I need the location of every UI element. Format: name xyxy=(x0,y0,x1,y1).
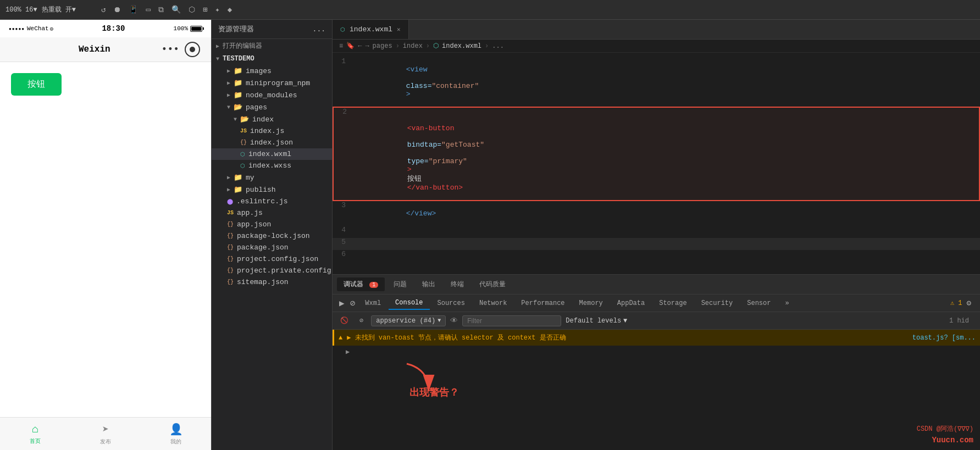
tag-van-button-open: <van-button xyxy=(407,124,455,132)
devtools-tab-issues[interactable]: 问题 xyxy=(387,277,413,291)
open-editors-label: 打开的编辑器 xyxy=(223,41,262,51)
folder-publish-arrow: ▶ xyxy=(227,186,230,193)
attr-class-value: "container" xyxy=(431,82,479,90)
folder-miniprogram-npm-arrow: ▶ xyxy=(227,80,230,86)
file-index-js[interactable]: JS index.js xyxy=(212,125,332,137)
line-content-2: <van-button bindtap="getToast" type="pri… xyxy=(356,108,979,200)
tab-close-icon[interactable]: ✕ xyxy=(397,26,401,33)
line-number-4: 4 xyxy=(333,226,355,234)
publish-label: 发布 xyxy=(100,438,111,446)
devtools-inner-tab-sources[interactable]: Sources xyxy=(431,297,472,309)
debug-icon[interactable]: ✦ xyxy=(215,5,219,14)
breadcrumb-forward-icon[interactable]: → xyxy=(365,42,369,50)
inner-tab-memory-label: Memory xyxy=(579,299,603,307)
file-app-js[interactable]: JS app.js xyxy=(212,207,332,219)
devtools-inner-tab-console[interactable]: Console xyxy=(389,297,429,310)
devtools-inner-tab-network[interactable]: Network xyxy=(473,297,513,309)
warning-source-link[interactable]: toast.js? [sm... xyxy=(912,334,976,342)
file-sitemap-json[interactable]: {} sitemap.json xyxy=(212,276,332,288)
zoom-control[interactable]: 100% 16▼ xyxy=(5,6,37,14)
explorer-header: 资源管理器 ... xyxy=(212,20,332,39)
console-clear-icon[interactable]: 🚫 xyxy=(337,315,352,326)
grid-icon[interactable]: ⬡ xyxy=(189,5,195,14)
top-toolbar: 100% 16▼ 热重载 开▼ ↺ ⏺ 📱 ▭ ⧉ 🔍 ⬡ ⊞ ✦ ◆ xyxy=(0,0,980,20)
open-editors-section[interactable]: ▶ 打开的编辑器 xyxy=(212,39,332,53)
devtools-inner-tab-more[interactable]: » xyxy=(778,297,795,309)
file-eslintrc-label: .eslintrc.js xyxy=(236,197,288,205)
console-expand-row[interactable]: ▶ xyxy=(333,346,980,358)
console-levels-select[interactable]: Default levels ▼ xyxy=(566,317,627,325)
devtools-pause-btn[interactable]: ▶ xyxy=(337,298,347,309)
phone-content: 按钮 xyxy=(0,62,211,417)
file-project-private-config-label: project.private.config.js... xyxy=(237,266,332,275)
record-icon[interactable]: ⏺ xyxy=(113,5,121,14)
folder-node-modules[interactable]: ▶ 📁 node_modules xyxy=(212,89,332,101)
phone-nav-my[interactable]: 👤 我的 xyxy=(141,423,211,446)
window-icon[interactable]: ▭ xyxy=(146,5,150,14)
file-index-wxml-label: index.wxml xyxy=(248,150,291,158)
code-line-5: 5 xyxy=(333,238,980,250)
json-icon-3: {} xyxy=(227,233,234,239)
editor-tab-wxml[interactable]: ⬡ index.wxml ✕ xyxy=(333,20,409,39)
file-project-config-json[interactable]: {} project.config.json xyxy=(212,253,332,265)
breadcrumb-back-icon[interactable]: ← xyxy=(358,42,362,50)
devtools-settings-icon[interactable]: ⚙ xyxy=(967,298,971,308)
devtools-inner-tab-security[interactable]: Security xyxy=(695,297,740,309)
hot-reload-control[interactable]: 热重载 开▼ xyxy=(42,5,76,14)
file-index-wxml[interactable]: ⬡ index.wxml xyxy=(212,148,332,160)
inner-tab-more-icon: » xyxy=(785,299,789,307)
file-index-json[interactable]: {} index.json xyxy=(212,137,332,148)
devtools-tab-output[interactable]: 输出 xyxy=(416,277,442,291)
folder-index[interactable]: ▼ 📂 index xyxy=(212,113,332,125)
search-icon[interactable]: 🔍 xyxy=(171,5,181,14)
warning-triangle-icon: ▲ xyxy=(339,334,342,342)
file-package-lock-json[interactable]: {} package-lock.json xyxy=(212,230,332,242)
folder-publish[interactable]: ▶ 📁 publish xyxy=(212,184,332,196)
file-project-private-config[interactable]: {} project.private.config.js... xyxy=(212,265,332,276)
inner-tab-performance-label: Performance xyxy=(521,299,564,307)
devtools-tab-debugger[interactable]: 调试器 1 xyxy=(337,277,385,291)
line-number-2: 2 xyxy=(334,108,356,116)
folder-images[interactable]: ▶ 📁 images xyxy=(212,65,332,77)
project-section[interactable]: ▼ TESTDEMO xyxy=(212,53,332,65)
devtools-inner-tab-wxml[interactable]: Wxml xyxy=(358,297,387,309)
devtools-inner-tab-sensor[interactable]: Sensor xyxy=(740,297,777,309)
appservice-selector[interactable]: appservice (#4) ▼ xyxy=(371,315,446,326)
phone-icon[interactable]: 📱 xyxy=(129,5,138,14)
profile-icon[interactable]: ◆ xyxy=(228,5,232,14)
console-pause-icon[interactable]: ⊘ xyxy=(356,315,367,326)
devtools-panel: 调试器 1 问题 输出 终端 代码质量 ▶ xyxy=(333,274,980,450)
folder-miniprogram-npm[interactable]: ▶ 📁 miniprogram_npm xyxy=(212,77,332,89)
devtools-inner-tab-performance[interactable]: Performance xyxy=(514,297,571,309)
explorer-more-icon[interactable]: ... xyxy=(313,25,325,34)
phone-ellipsis-icon[interactable]: ••• xyxy=(162,44,179,55)
folder-my[interactable]: ▶ 📁 my xyxy=(212,171,332,184)
phone-button[interactable]: 按钮 xyxy=(11,73,62,96)
devtools-inner-tab-appdata[interactable]: AppData xyxy=(611,297,651,309)
file-eslintrc[interactable]: ⬤ .eslintrc.js xyxy=(212,196,332,207)
phone-nav-publish[interactable]: ➤ 发布 xyxy=(70,423,141,446)
file-package-json[interactable]: {} package.json xyxy=(212,242,332,253)
devtools-inner-tab-storage[interactable]: Storage xyxy=(652,297,693,309)
folder-pages[interactable]: ▼ 📂 pages xyxy=(212,101,332,113)
devtools-tab-quality[interactable]: 代码质量 xyxy=(473,277,512,291)
devtools-inner-tab-memory[interactable]: Memory xyxy=(573,297,610,309)
refresh-icon[interactable]: ↺ xyxy=(101,5,106,14)
copy-icon[interactable]: ⧉ xyxy=(158,5,164,14)
line-number-6: 6 xyxy=(333,250,355,258)
devtools-stop-btn[interactable]: ⊘ xyxy=(348,298,358,309)
devtools-tab-terminal[interactable]: 终端 xyxy=(444,277,470,291)
file-app-json[interactable]: {} app.json xyxy=(212,219,332,230)
console-filter-input[interactable] xyxy=(462,315,561,326)
json-icon-2: {} xyxy=(227,221,234,227)
file-index-wxss-label: index.wxss xyxy=(248,162,291,170)
file-index-wxss[interactable]: ⬡ index.wxss xyxy=(212,160,332,171)
watermark-csdn: CSDN @阿浩(∇∇∇) xyxy=(917,424,973,434)
code-editor[interactable]: 1 <view class="container" > 2 <van-butto… xyxy=(333,53,980,274)
phone-nav-home[interactable]: ⌂ 首页 xyxy=(0,423,70,445)
editor-area: ⬡ index.wxml ✕ ≡ 🔖 ← → pages › index › ⬡… xyxy=(333,20,980,450)
eye-icon[interactable]: 👁 xyxy=(450,316,458,325)
layout-icon[interactable]: ⊞ xyxy=(203,5,207,14)
phone-record-button[interactable] xyxy=(185,42,200,57)
breadcrumb-sep-2: › xyxy=(426,42,430,50)
